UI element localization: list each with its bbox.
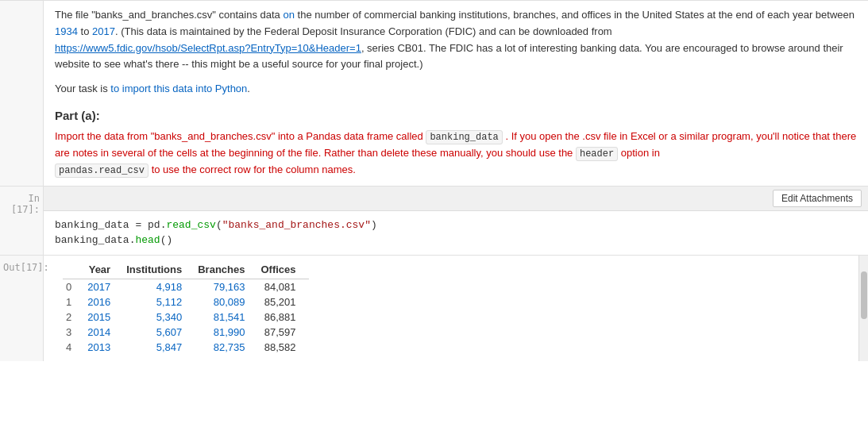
highlight-to: to import this data into Python bbox=[110, 83, 247, 94]
notebook-cells: The file "banks_and_branches.csv" contai… bbox=[0, 0, 868, 361]
cell-year: 2017 bbox=[84, 279, 123, 294]
code-paren1: ( bbox=[216, 219, 222, 231]
out17-content: Year Institutions Branches Offices 0 201… bbox=[44, 256, 858, 361]
table-row: 1 2016 5,112 80,089 85,201 bbox=[63, 294, 309, 310]
scrollbar-thumb[interactable] bbox=[861, 271, 867, 319]
highlight-on: on bbox=[283, 9, 294, 21]
cell-year: 2016 bbox=[84, 294, 123, 310]
part-a-red-text4: to use the correct row for the column na… bbox=[149, 163, 356, 175]
cell-offices: 86,881 bbox=[257, 310, 308, 325]
cell-institutions: 5,112 bbox=[123, 294, 195, 310]
col-header-offices: Offices bbox=[257, 262, 308, 279]
col-header-year: Year bbox=[84, 262, 123, 279]
code-head: head bbox=[135, 234, 160, 246]
cell-year: 2014 bbox=[84, 325, 123, 340]
output-table: Year Institutions Branches Offices 0 201… bbox=[63, 262, 309, 355]
col-header-branches: Branches bbox=[195, 262, 257, 279]
code-pd: pd bbox=[148, 219, 160, 231]
code-line-1: banking_data = pd.read_csv("banks_and_br… bbox=[55, 217, 857, 233]
highlight-1934: 1934 bbox=[55, 25, 78, 37]
table-body: 0 2017 4,918 79,163 84,081 1 2016 5,112 … bbox=[63, 279, 309, 355]
fdic-link[interactable]: https://www5.fdic.gov/hsob/SelectRpt.asp… bbox=[55, 42, 361, 54]
part-a-heading: Part (a): bbox=[55, 109, 857, 122]
out17-label: Out[17]: bbox=[3, 262, 49, 273]
cell-offices: 88,582 bbox=[257, 340, 308, 355]
cell-institutions: 4,918 bbox=[123, 279, 195, 294]
header-code: header bbox=[576, 147, 618, 161]
output-cell-out17: Out[17]: Year Institutions Branches Offi… bbox=[0, 255, 868, 361]
part-a-description: Import the data from "banks_and_branches… bbox=[55, 129, 857, 179]
read-csv-code: pandas.read_csv bbox=[55, 163, 149, 178]
code-cell-in17: In [17]: Edit Attachments banking_data =… bbox=[0, 186, 868, 255]
cell-branches: 80,089 bbox=[195, 294, 257, 310]
cell-year: 2015 bbox=[84, 310, 123, 325]
cell-institutions: 5,607 bbox=[123, 325, 195, 340]
code-line-2: banking_data.head() bbox=[55, 233, 857, 248]
table-row: 4 2013 5,847 82,735 88,582 bbox=[63, 340, 309, 355]
text-cell: The file "banks_and_branches.csv" contai… bbox=[0, 0, 868, 186]
code-content-in17: banking_data = pd.read_csv("banks_and_br… bbox=[44, 211, 868, 255]
col-header-index bbox=[63, 262, 84, 279]
table-header-row: Year Institutions Branches Offices bbox=[63, 262, 309, 279]
cell-branches: 81,990 bbox=[195, 325, 257, 340]
code-var-banking: banking_data bbox=[55, 219, 129, 231]
text-cell-content: The file "banks_and_branches.csv" contai… bbox=[44, 1, 868, 186]
cell-offices: 85,201 bbox=[257, 294, 308, 310]
part-a-red-text3: option in bbox=[618, 147, 660, 159]
code-paren3: () bbox=[160, 234, 173, 246]
description-paragraph2: Your task is to import this data into Py… bbox=[55, 81, 857, 98]
cell-year: 2013 bbox=[84, 340, 123, 355]
cell-index: 4 bbox=[63, 340, 84, 355]
code-read-csv: read_csv bbox=[166, 219, 215, 231]
out17-gutter: Out[17]: bbox=[0, 256, 44, 361]
table-row: 0 2017 4,918 79,163 84,081 bbox=[63, 279, 309, 294]
table-row: 2 2015 5,340 81,541 86,881 bbox=[63, 310, 309, 325]
banking-data-code: banking_data bbox=[426, 130, 502, 144]
cell-offices: 87,597 bbox=[257, 325, 308, 340]
in17-gutter: In [17]: bbox=[0, 187, 44, 255]
col-header-institutions: Institutions bbox=[123, 262, 195, 279]
cell-branches: 82,735 bbox=[195, 340, 257, 355]
part-a-red-text: Import the data from "banks_and_branches… bbox=[55, 130, 426, 142]
page-container: The file "banks_and_branches.csv" contai… bbox=[0, 0, 868, 427]
cell-branches: 79,163 bbox=[195, 279, 257, 294]
cell-index: 1 bbox=[63, 294, 84, 310]
code-toolbar: Edit Attachments bbox=[44, 187, 868, 211]
highlight-2017: 2017 bbox=[92, 25, 115, 37]
code-paren2: ) bbox=[371, 219, 377, 231]
code-filename-str: "banks_and_branches.csv" bbox=[222, 219, 371, 231]
cell-index: 3 bbox=[63, 325, 84, 340]
table-row: 3 2014 5,607 81,990 87,597 bbox=[63, 325, 309, 340]
cell-offices: 84,081 bbox=[257, 279, 308, 294]
code-var-banking2: banking_data bbox=[55, 234, 129, 246]
cell-index: 0 bbox=[63, 279, 84, 294]
in17-label: In [17]: bbox=[11, 193, 40, 215]
text-cell-gutter bbox=[0, 1, 44, 186]
in17-inner: Edit Attachments banking_data = pd.read_… bbox=[44, 187, 868, 255]
scrollbar[interactable] bbox=[858, 256, 868, 361]
edit-attachments-button[interactable]: Edit Attachments bbox=[773, 190, 862, 207]
description-paragraph1: The file "banks_and_branches.csv" contai… bbox=[55, 7, 857, 73]
cell-index: 2 bbox=[63, 310, 84, 325]
code-equals: = bbox=[135, 219, 148, 231]
cell-institutions: 5,340 bbox=[123, 310, 195, 325]
cell-institutions: 5,847 bbox=[123, 340, 195, 355]
cell-branches: 81,541 bbox=[195, 310, 257, 325]
